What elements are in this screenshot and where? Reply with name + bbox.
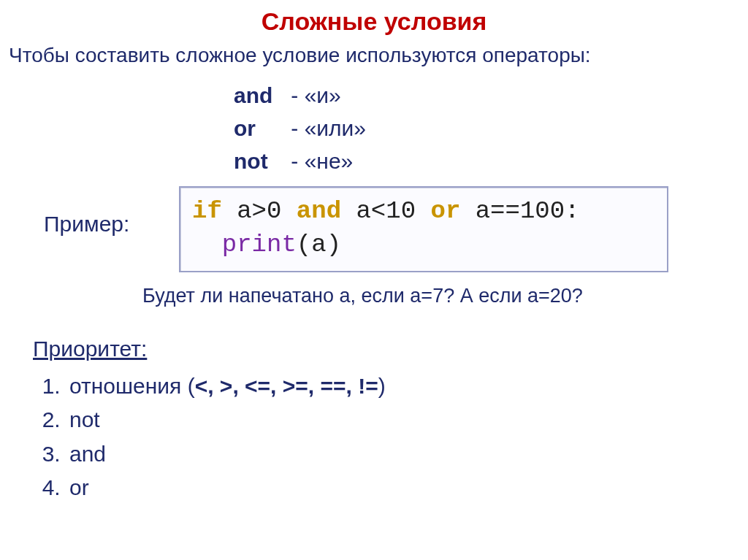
operator-list: and - «и» or - «или» not - «не» [234, 79, 366, 177]
priority-item-1-prefix: отношения ( [69, 374, 195, 398]
priority-item-4: or [66, 471, 386, 505]
priority-item-1: отношения (<, >, <=, >=, ==, !=) [66, 369, 386, 404]
priority-list: отношения (<, >, <=, >=, ==, !=) not and… [33, 369, 386, 505]
op-or-desc: - «или» [291, 116, 366, 140]
op-not-keyword: not [234, 145, 285, 177]
code-and-keyword: and [297, 197, 341, 225]
code-line-2: print(a) [192, 229, 655, 262]
priority-item-3: and [66, 437, 386, 472]
code-line-1: if a>0 and a<10 or a==100: [192, 195, 655, 229]
priority-item-2: not [66, 403, 386, 437]
priority-item-1-ops: <, >, <=, >=, ==, != [195, 374, 378, 398]
code-example: if a>0 and a<10 or a==100: print(a) [179, 186, 668, 272]
example-label: Пример: [44, 212, 129, 237]
op-not-row: not - «не» [234, 145, 366, 177]
priority-block: Приоритет: отношения (<, >, <=, >=, ==, … [33, 332, 386, 505]
op-and-row: and - «и» [234, 79, 366, 112]
code-print-fn: print [222, 231, 297, 258]
op-or-keyword: or [234, 112, 285, 145]
code-if-keyword: if [192, 197, 222, 225]
op-and-keyword: and [234, 79, 285, 112]
code-print-args: (a) [297, 231, 341, 258]
priority-heading: Приоритет: [33, 332, 386, 367]
op-or-row: or - «или» [234, 112, 366, 145]
op-not-desc: - «не» [291, 149, 353, 173]
question-text: Будет ли напечатано а, если а=7? А если … [142, 285, 583, 307]
op-and-desc: - «и» [291, 83, 340, 107]
code-expr1: a>0 [222, 197, 297, 225]
intro-text: Чтобы составить сложное условие использу… [9, 44, 591, 67]
code-expr2: a<10 [341, 197, 430, 225]
code-expr3: a==100: [460, 197, 579, 225]
slide-title: Сложные условия [0, 7, 748, 36]
priority-item-1-suffix: ) [378, 374, 386, 398]
code-or-keyword: or [430, 197, 460, 225]
